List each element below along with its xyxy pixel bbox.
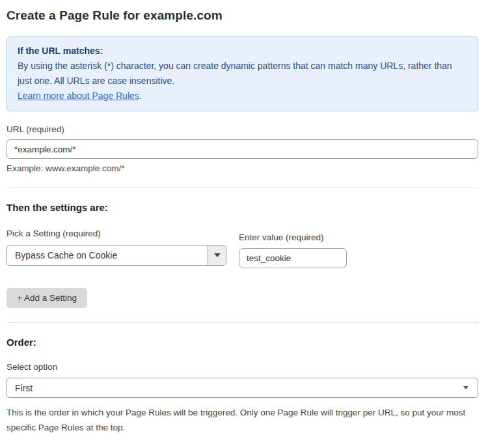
setting-select-value: Bypass Cache on Cookie [7, 245, 208, 265]
url-matches-info-box: If the URL matches: By using the asteris… [7, 36, 478, 111]
order-select-value: First [15, 383, 33, 393]
order-helper-text: This is the order in which your Page Rul… [7, 405, 476, 435]
order-section-heading: Order: [7, 337, 478, 348]
info-box-link-line: Learn more about Page Rules. [18, 89, 467, 104]
chevron-down-icon [463, 386, 468, 389]
settings-section-heading: Then the settings are: [7, 202, 478, 213]
pick-setting-group: Pick a Setting (required) Bypass Cache o… [7, 229, 226, 266]
learn-more-link[interactable]: Learn more about Page Rules [18, 91, 139, 101]
enter-value-label: Enter value (required) [239, 232, 347, 242]
link-period: . [139, 91, 142, 101]
setting-select-arrow-button[interactable] [208, 245, 226, 265]
url-helper-text: Example: www.example.com/* [7, 163, 478, 173]
url-label: URL (required) [7, 124, 478, 134]
info-box-body: By using the asterisk (*) character, you… [18, 59, 467, 89]
url-input[interactable] [7, 139, 478, 159]
info-box-heading: If the URL matches: [18, 44, 467, 59]
pick-setting-label: Pick a Setting (required) [7, 229, 226, 238]
url-field-group: URL (required) Example: www.example.com/… [7, 124, 478, 173]
page-title: Create a Page Rule for example.com [7, 8, 478, 23]
enter-value-group: Enter value (required) [239, 232, 347, 268]
divider [7, 188, 478, 188]
order-select[interactable]: First [7, 378, 478, 398]
setting-row: Pick a Setting (required) Bypass Cache o… [7, 229, 478, 268]
create-page-rule-form: Create a Page Rule for example.com If th… [0, 0, 488, 448]
setting-value-input[interactable] [239, 248, 347, 268]
chevron-down-icon [214, 253, 221, 257]
setting-select[interactable]: Bypass Cache on Cookie [7, 245, 226, 266]
divider [7, 322, 478, 323]
add-setting-button[interactable]: + Add a Setting [7, 288, 87, 308]
order-select-label: Select option [7, 362, 478, 372]
